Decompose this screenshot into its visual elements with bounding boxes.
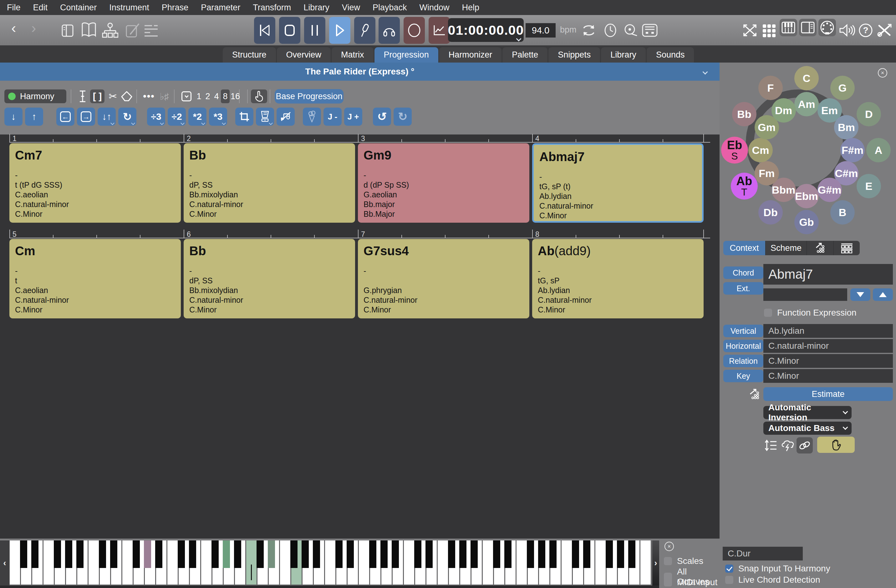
black-key[interactable]	[178, 541, 185, 568]
shift-down-button[interactable]: ↓	[5, 108, 23, 126]
grid-res-1[interactable]: 1	[195, 90, 203, 103]
white-key[interactable]	[325, 541, 336, 585]
nudge-right-button[interactable]: →	[77, 108, 95, 126]
tools-icon[interactable]	[876, 23, 892, 38]
black-key[interactable]	[189, 541, 196, 568]
grid-res-2[interactable]: 2	[203, 90, 212, 103]
circle-minor-am[interactable]: Am	[794, 92, 819, 116]
chord-label-button[interactable]: Chord	[723, 267, 763, 279]
estimate-button[interactable]: Estimate	[763, 387, 893, 401]
hierarchy-icon[interactable]	[102, 23, 118, 38]
nudge-left-button[interactable]: ←	[56, 108, 75, 126]
black-key[interactable]	[313, 541, 320, 568]
circle-major-a[interactable]: A	[866, 138, 891, 162]
detected-key-field[interactable]: C.Dur	[723, 547, 803, 561]
tab-table-icon[interactable]	[834, 241, 860, 255]
circle-major-b[interactable]: B	[830, 200, 855, 225]
white-key[interactable]	[404, 541, 414, 585]
black-key[interactable]	[425, 541, 433, 568]
tab-scheme[interactable]: Scheme	[765, 241, 806, 255]
key-label-button[interactable]: Key	[723, 370, 763, 382]
inversion-dropdown[interactable]: Automatic Inversion	[763, 406, 852, 419]
panel-close-icon[interactable]: ×	[878, 68, 887, 78]
black-key[interactable]	[234, 541, 241, 568]
black-key[interactable]	[606, 541, 613, 568]
circle-minor-f#m[interactable]: F#m	[840, 138, 865, 162]
swap-vertical-button[interactable]: ↓↑	[98, 108, 116, 126]
white-key[interactable]	[201, 541, 212, 585]
black-key[interactable]	[290, 541, 297, 568]
chord-cell-gm9[interactable]: Gm9-d (dP Sp SS)G.aeolianBb.majorBb.Majo…	[358, 143, 529, 223]
white-key[interactable]	[595, 541, 606, 585]
white-key[interactable]	[516, 541, 527, 585]
black-key[interactable]	[223, 541, 230, 568]
circle-minor-cm[interactable]: Cm	[748, 138, 773, 162]
bass-dropdown[interactable]: Automatic Bass	[763, 422, 852, 435]
black-key[interactable]	[31, 541, 38, 568]
chord-cell-ab[interactable]: Ab(add9)-tG, sPAb.lydianC.natural-minorC…	[532, 239, 704, 318]
black-key[interactable]	[448, 541, 455, 568]
show-inspector-button[interactable]	[799, 19, 817, 36]
select-range-tool-icon[interactable]: [ ]	[90, 90, 105, 103]
white-key[interactable]	[358, 541, 369, 585]
circle-major-bb[interactable]: Bb	[732, 102, 756, 126]
white-key[interactable]	[43, 541, 54, 585]
black-key[interactable]	[414, 541, 421, 568]
book-icon[interactable]	[81, 22, 97, 39]
link-button[interactable]	[797, 437, 813, 454]
midi-input-checkbox[interactable]	[664, 578, 672, 586]
tab-progression[interactable]: Progression	[375, 47, 438, 62]
automation-chart-button[interactable]	[428, 17, 450, 44]
black-key[interactable]	[20, 541, 27, 568]
keyboard-scroll-left[interactable]: ‹	[0, 541, 9, 585]
black-key[interactable]	[583, 541, 590, 568]
jump-minus-button[interactable]: J -	[323, 108, 341, 126]
tab-sounds[interactable]: Sounds	[647, 47, 694, 62]
horizontal-label-button[interactable]: Horizontal	[723, 340, 763, 352]
live-chord-checkbox[interactable]	[725, 576, 733, 584]
black-key[interactable]	[144, 541, 151, 568]
tab-harmonizer[interactable]: Harmonizer	[439, 47, 502, 62]
relation-value-field[interactable]: C.Minor	[763, 354, 893, 368]
base-progression-button[interactable]: Base Progression	[275, 89, 343, 104]
circle-major-db[interactable]: Db	[758, 200, 783, 225]
grid-view-icon[interactable]	[762, 24, 776, 38]
menu-container[interactable]: Container	[60, 3, 97, 12]
white-key[interactable]	[88, 541, 99, 585]
circle-major-gb[interactable]: Gb	[794, 210, 819, 234]
black-key[interactable]	[572, 541, 579, 568]
skip-to-start-button[interactable]	[254, 17, 275, 44]
white-key[interactable]	[9, 541, 20, 585]
mute-notes-button[interactable]	[277, 108, 295, 126]
piano-input-icon[interactable]	[642, 24, 658, 37]
touch-play-icon[interactable]	[251, 90, 267, 103]
play-button[interactable]	[329, 17, 350, 44]
circle-minor-dm[interactable]: Dm	[771, 98, 796, 123]
relation-label-button[interactable]: Relation	[723, 355, 763, 367]
menu-library[interactable]: Library	[303, 3, 329, 12]
tab-matrix[interactable]: Matrix	[332, 47, 373, 62]
tab-overview[interactable]: Overview	[277, 47, 331, 62]
scissors-tool-icon[interactable]: ✂	[107, 90, 119, 103]
white-key[interactable]	[122, 541, 133, 585]
circle-minor-bm[interactable]: Bm	[834, 115, 858, 140]
chord-cell-bb[interactable]: Bb-dP, SSBb.mixolydianC.natural-minorC.M…	[184, 143, 355, 223]
sort-voicing-icon[interactable]	[764, 439, 777, 452]
help-icon[interactable]: ?	[858, 23, 873, 38]
show-keyboard-button[interactable]	[780, 19, 797, 36]
shift-up-button[interactable]: ↑	[25, 108, 43, 126]
circle-minor-g#m[interactable]: G#m	[817, 178, 842, 202]
dots-tool-icon[interactable]: •••	[141, 90, 157, 103]
circle-major-c[interactable]: C	[794, 66, 819, 90]
white-key[interactable]	[482, 541, 493, 585]
ext-value-field[interactable]	[763, 288, 847, 301]
nav-back-icon[interactable]: ‹	[11, 20, 16, 36]
tab-estimate-icon[interactable]	[806, 241, 834, 255]
cycle-button[interactable]: ↻	[118, 108, 136, 126]
freeze-button[interactable]	[303, 108, 321, 126]
grid-res-8[interactable]: 8	[221, 90, 230, 103]
blender-button[interactable]	[256, 108, 274, 126]
grid-res-16[interactable]: 16	[230, 90, 241, 103]
vertical-value-field[interactable]: Ab.lydian	[763, 324, 893, 338]
crop-button[interactable]	[235, 108, 253, 126]
